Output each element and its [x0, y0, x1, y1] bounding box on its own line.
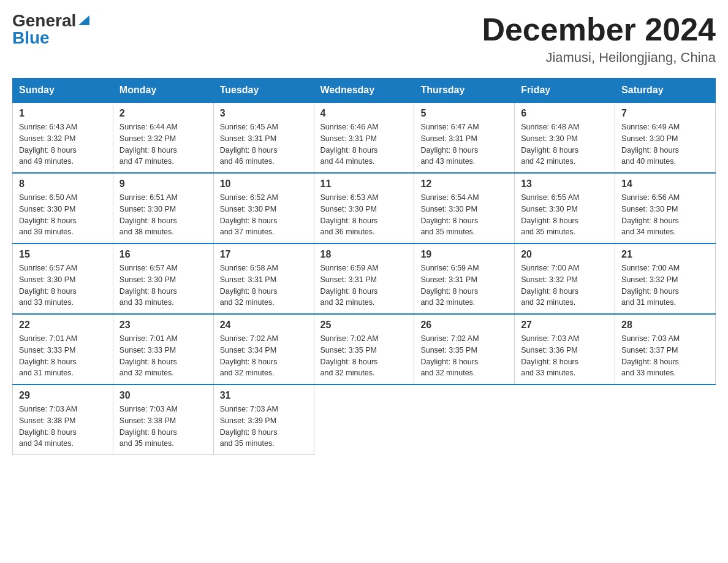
day-info: Sunrise: 7:02 AM Sunset: 3:35 PM Dayligh… [320, 333, 408, 379]
day-number: 9 [119, 178, 207, 190]
calendar-cell: 7Sunrise: 6:49 AM Sunset: 3:30 PM Daylig… [615, 102, 716, 173]
calendar-week-row: 1Sunrise: 6:43 AM Sunset: 3:32 PM Daylig… [13, 102, 716, 173]
svg-marker-0 [78, 15, 89, 25]
day-number: 22 [19, 320, 107, 331]
calendar-cell: 13Sunrise: 6:55 AM Sunset: 3:30 PM Dayli… [515, 173, 615, 243]
day-number: 11 [320, 178, 408, 190]
calendar-cell: 16Sunrise: 6:57 AM Sunset: 3:30 PM Dayli… [113, 243, 213, 314]
day-number: 30 [119, 390, 207, 401]
day-info: Sunrise: 7:02 AM Sunset: 3:35 PM Dayligh… [420, 333, 508, 379]
day-info: Sunrise: 6:47 AM Sunset: 3:31 PM Dayligh… [420, 121, 508, 167]
location-title: Jiamusi, Heilongjiang, China [482, 50, 716, 66]
calendar-cell: 5Sunrise: 6:47 AM Sunset: 3:31 PM Daylig… [414, 102, 515, 173]
calendar-cell: 2Sunrise: 6:44 AM Sunset: 3:32 PM Daylig… [113, 102, 213, 173]
day-number: 7 [621, 108, 709, 119]
day-info: Sunrise: 6:46 AM Sunset: 3:31 PM Dayligh… [320, 121, 408, 167]
day-info: Sunrise: 7:03 AM Sunset: 3:38 PM Dayligh… [19, 404, 107, 450]
day-number: 28 [621, 320, 709, 331]
logo-blue: Blue [12, 29, 50, 47]
day-number: 18 [320, 249, 408, 260]
calendar-cell: 24Sunrise: 7:02 AM Sunset: 3:34 PM Dayli… [213, 314, 314, 385]
day-number: 31 [220, 390, 308, 401]
weekday-header-tuesday: Tuesday [213, 79, 314, 103]
calendar-cell: 17Sunrise: 6:58 AM Sunset: 3:31 PM Dayli… [213, 243, 314, 314]
calendar-cell: 15Sunrise: 6:57 AM Sunset: 3:30 PM Dayli… [13, 243, 113, 314]
day-info: Sunrise: 7:01 AM Sunset: 3:33 PM Dayligh… [119, 333, 207, 379]
calendar-table: SundayMondayTuesdayWednesdayThursdayFrid… [12, 78, 716, 455]
day-number: 25 [320, 320, 408, 331]
day-info: Sunrise: 7:02 AM Sunset: 3:34 PM Dayligh… [220, 333, 308, 379]
day-info: Sunrise: 6:59 AM Sunset: 3:31 PM Dayligh… [320, 262, 408, 308]
calendar-cell: 1Sunrise: 6:43 AM Sunset: 3:32 PM Daylig… [13, 102, 113, 173]
page-header: General Blue December 2024 Jiamusi, Heil… [12, 12, 716, 66]
day-info: Sunrise: 6:52 AM Sunset: 3:30 PM Dayligh… [220, 192, 308, 238]
calendar-cell: 27Sunrise: 7:03 AM Sunset: 3:36 PM Dayli… [515, 314, 615, 385]
day-info: Sunrise: 6:50 AM Sunset: 3:30 PM Dayligh… [19, 192, 107, 238]
day-number: 24 [220, 320, 308, 331]
weekday-header-row: SundayMondayTuesdayWednesdayThursdayFrid… [13, 79, 716, 103]
calendar-week-row: 15Sunrise: 6:57 AM Sunset: 3:30 PM Dayli… [13, 243, 716, 314]
day-number: 10 [220, 178, 308, 190]
weekday-header-friday: Friday [515, 79, 615, 103]
day-number: 4 [320, 108, 408, 119]
day-info: Sunrise: 6:49 AM Sunset: 3:30 PM Dayligh… [621, 121, 709, 167]
day-info: Sunrise: 6:55 AM Sunset: 3:30 PM Dayligh… [521, 192, 609, 238]
day-number: 16 [119, 249, 207, 260]
day-info: Sunrise: 6:54 AM Sunset: 3:30 PM Dayligh… [420, 192, 508, 238]
day-info: Sunrise: 7:03 AM Sunset: 3:38 PM Dayligh… [119, 404, 207, 450]
calendar-cell: 25Sunrise: 7:02 AM Sunset: 3:35 PM Dayli… [314, 314, 414, 385]
calendar-cell: 6Sunrise: 6:48 AM Sunset: 3:30 PM Daylig… [515, 102, 615, 173]
day-info: Sunrise: 6:43 AM Sunset: 3:32 PM Dayligh… [19, 121, 107, 167]
calendar-cell: 20Sunrise: 7:00 AM Sunset: 3:32 PM Dayli… [515, 243, 615, 314]
calendar-cell: 26Sunrise: 7:02 AM Sunset: 3:35 PM Dayli… [414, 314, 515, 385]
calendar-cell: 29Sunrise: 7:03 AM Sunset: 3:38 PM Dayli… [13, 385, 113, 455]
day-number: 17 [220, 249, 308, 260]
day-number: 20 [521, 249, 609, 260]
weekday-header-wednesday: Wednesday [314, 79, 414, 103]
calendar-cell: 9Sunrise: 6:51 AM Sunset: 3:30 PM Daylig… [113, 173, 213, 243]
day-number: 12 [420, 178, 508, 190]
day-info: Sunrise: 6:44 AM Sunset: 3:32 PM Dayligh… [119, 121, 207, 167]
calendar-cell: 11Sunrise: 6:53 AM Sunset: 3:30 PM Dayli… [314, 173, 414, 243]
day-info: Sunrise: 7:01 AM Sunset: 3:33 PM Dayligh… [19, 333, 107, 379]
day-info: Sunrise: 7:00 AM Sunset: 3:32 PM Dayligh… [621, 262, 709, 308]
weekday-header-sunday: Sunday [13, 79, 113, 103]
day-number: 5 [420, 108, 508, 119]
logo-general: General [12, 12, 76, 29]
calendar-cell: 23Sunrise: 7:01 AM Sunset: 3:33 PM Dayli… [113, 314, 213, 385]
calendar-week-row: 29Sunrise: 7:03 AM Sunset: 3:38 PM Dayli… [13, 385, 716, 455]
day-number: 8 [19, 178, 107, 190]
month-title: December 2024 [482, 12, 716, 47]
day-number: 21 [621, 249, 709, 260]
calendar-cell: 22Sunrise: 7:01 AM Sunset: 3:33 PM Dayli… [13, 314, 113, 385]
day-info: Sunrise: 6:56 AM Sunset: 3:30 PM Dayligh… [621, 192, 709, 238]
day-info: Sunrise: 7:03 AM Sunset: 3:37 PM Dayligh… [621, 333, 709, 379]
calendar-cell: 21Sunrise: 7:00 AM Sunset: 3:32 PM Dayli… [615, 243, 716, 314]
logo: General Blue [12, 12, 91, 47]
day-number: 13 [521, 178, 609, 190]
day-number: 19 [420, 249, 508, 260]
calendar-cell [314, 385, 414, 455]
weekday-header-saturday: Saturday [615, 79, 716, 103]
day-info: Sunrise: 6:53 AM Sunset: 3:30 PM Dayligh… [320, 192, 408, 238]
calendar-cell: 3Sunrise: 6:45 AM Sunset: 3:31 PM Daylig… [213, 102, 314, 173]
calendar-cell: 30Sunrise: 7:03 AM Sunset: 3:38 PM Dayli… [113, 385, 213, 455]
day-info: Sunrise: 6:59 AM Sunset: 3:31 PM Dayligh… [420, 262, 508, 308]
day-number: 1 [19, 108, 107, 119]
calendar-cell: 19Sunrise: 6:59 AM Sunset: 3:31 PM Dayli… [414, 243, 515, 314]
day-number: 26 [420, 320, 508, 331]
calendar-cell: 12Sunrise: 6:54 AM Sunset: 3:30 PM Dayli… [414, 173, 515, 243]
day-info: Sunrise: 6:48 AM Sunset: 3:30 PM Dayligh… [521, 121, 609, 167]
day-info: Sunrise: 7:03 AM Sunset: 3:39 PM Dayligh… [220, 404, 308, 450]
calendar-cell [414, 385, 515, 455]
day-info: Sunrise: 6:57 AM Sunset: 3:30 PM Dayligh… [19, 262, 107, 308]
day-number: 14 [621, 178, 709, 190]
weekday-header-monday: Monday [113, 79, 213, 103]
weekday-header-thursday: Thursday [414, 79, 515, 103]
day-number: 27 [521, 320, 609, 331]
day-info: Sunrise: 6:57 AM Sunset: 3:30 PM Dayligh… [119, 262, 207, 308]
calendar-cell: 18Sunrise: 6:59 AM Sunset: 3:31 PM Dayli… [314, 243, 414, 314]
day-number: 15 [19, 249, 107, 260]
calendar-cell: 31Sunrise: 7:03 AM Sunset: 3:39 PM Dayli… [213, 385, 314, 455]
day-number: 3 [220, 108, 308, 119]
